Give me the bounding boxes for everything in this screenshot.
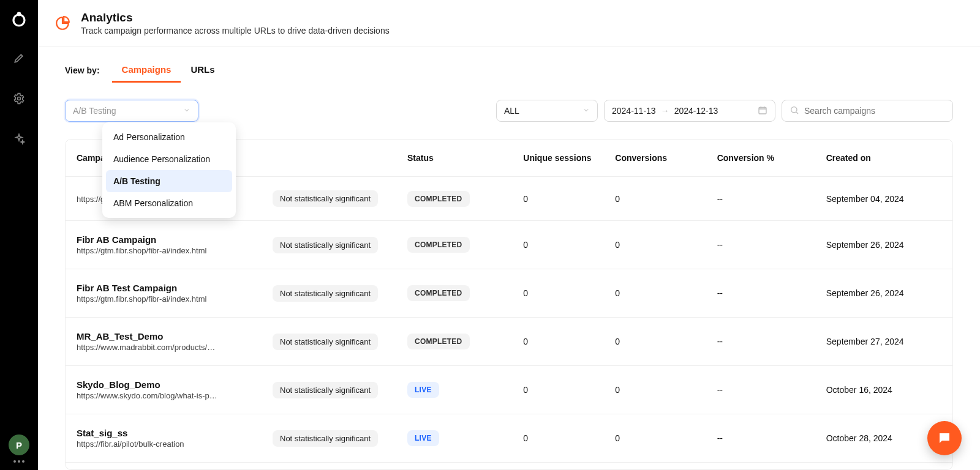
chat-fab[interactable] — [927, 421, 962, 455]
col-created: Created on — [815, 140, 952, 177]
sidebar-item-ai[interactable] — [0, 119, 38, 159]
rate-value: -- — [706, 269, 815, 318]
campaign-name: Stat_sig_ss — [77, 428, 251, 438]
sessions-value: 0 — [512, 177, 604, 221]
created-value: September 26, 2024 — [815, 221, 952, 269]
sessions-value: 0 — [512, 318, 604, 366]
avatar[interactable]: P — [9, 435, 29, 455]
app-logo[interactable] — [0, 0, 38, 38]
logo-icon — [10, 10, 28, 28]
status-badge: LIVE — [407, 382, 439, 398]
col-status: Status — [396, 140, 512, 177]
sessions-value: 0 — [512, 221, 604, 269]
status-badge: LIVE — [407, 430, 439, 446]
rate-value: -- — [706, 177, 815, 221]
chevron-down-icon — [582, 106, 590, 116]
viewby-tabs: Campaigns URLs — [112, 58, 225, 83]
chevron-down-icon — [183, 106, 190, 116]
status-badge: COMPLETED — [407, 334, 470, 349]
tab-urls[interactable]: URLs — [181, 58, 224, 83]
more-menu-icon[interactable] — [13, 455, 24, 465]
dropdown-option[interactable]: Ad Personalization — [106, 126, 232, 148]
search-icon — [790, 105, 799, 117]
calendar-icon — [758, 105, 767, 117]
page-subtitle: Track campaign performance across multip… — [81, 26, 390, 35]
campaign-url: https://fibr.ai/pilot/bulk-creation — [77, 439, 248, 449]
sidebar-item-editor[interactable] — [0, 38, 38, 78]
search-input[interactable] — [804, 106, 945, 116]
created-value: September 04, 2024 — [815, 177, 952, 221]
campaign-url: https://gtm.fibr.shop/fibr-ai/index.html — [77, 294, 248, 304]
campaign-type-dropdown: Ad Personalization Audience Personalizat… — [102, 122, 236, 218]
status-badge: COMPLETED — [407, 191, 470, 207]
created-value: October 16, 2024 — [815, 366, 952, 414]
svg-point-4 — [791, 106, 797, 112]
table-row[interactable]: Fibr AB Test Campaignhttps://gtm.fibr.sh… — [66, 269, 952, 318]
viewby-row: View by: Campaigns URLs — [38, 47, 980, 83]
chat-icon — [937, 431, 952, 446]
svg-rect-3 — [759, 107, 766, 114]
rate-value: -- — [706, 414, 815, 463]
sessions-value: 0 — [512, 366, 604, 414]
created-value: September 27, 2024 — [815, 318, 952, 366]
significance-badge: Not statistically significant — [273, 430, 378, 447]
rate-value: -- — [706, 221, 815, 269]
analytics-icon — [54, 15, 71, 32]
conversions-value: 0 — [604, 269, 706, 318]
dropdown-option[interactable]: A/B Testing — [106, 170, 232, 192]
significance-badge: Not statistically significant — [273, 382, 378, 398]
col-conversions: Conversions — [604, 140, 706, 177]
significance-badge: Not statistically significant — [273, 334, 378, 350]
tab-campaigns[interactable]: Campaigns — [112, 58, 181, 83]
conversions-value: 0 — [604, 177, 706, 221]
table-row[interactable]: MR_AB_Test_Demohttps://www.madrabbit.com… — [66, 318, 952, 366]
svg-point-2 — [18, 97, 21, 100]
significance-badge: Not statistically significant — [273, 237, 378, 253]
campaign-url: https://www.madrabbit.com/products/… — [77, 343, 248, 352]
created-value: September 26, 2024 — [815, 269, 952, 318]
conversions-value: 0 — [604, 221, 706, 269]
viewby-label: View by: — [65, 65, 100, 75]
col-note — [262, 140, 396, 177]
dropdown-option[interactable]: ABM Personalization — [106, 192, 232, 214]
campaign-type-placeholder: A/B Testing — [73, 106, 116, 116]
conversions-value: 0 — [604, 414, 706, 463]
sidebar-nav: P — [0, 0, 38, 470]
table-row[interactable]: Fibr AB Campaignhttps://gtm.fibr.shop/fi… — [66, 221, 952, 269]
status-badge: COMPLETED — [407, 237, 470, 253]
campaign-name: MR_AB_Test_Demo — [77, 331, 251, 341]
dropdown-option[interactable]: Audience Personalization — [106, 148, 232, 170]
campaign-url: https://gtm.fibr.shop/fibr-ai/index.html — [77, 246, 248, 255]
rate-value: -- — [706, 366, 815, 414]
table-row[interactable]: Stat_sig_sshttps://fibr.ai/pilot/bulk-cr… — [66, 414, 952, 463]
date-range-start: 2024-11-13 — [612, 106, 656, 116]
significance-badge: Not statistically significant — [273, 190, 378, 207]
campaign-name: Skydo_Blog_Demo — [77, 379, 251, 390]
gear-icon — [13, 92, 25, 105]
avatar-initial: P — [16, 440, 22, 450]
campaign-name: Fibr AB Test Campaign — [77, 283, 251, 293]
status-select[interactable]: ALL — [496, 100, 598, 122]
pie-chart-icon — [55, 15, 70, 31]
campaign-type-select[interactable]: A/B Testing — [65, 100, 198, 122]
campaign-name: Fibr AB Campaign — [77, 234, 251, 245]
page-title: Analytics — [81, 11, 390, 24]
date-range-end: 2024-12-13 — [674, 106, 718, 116]
col-rate: Conversion % — [706, 140, 815, 177]
page-header: Analytics Track campaign performance acr… — [38, 0, 980, 47]
status-badge: COMPLETED — [407, 285, 470, 301]
svg-point-0 — [13, 15, 24, 26]
date-range-picker[interactable]: 2024-11-13 → 2024-12-13 — [604, 100, 775, 122]
svg-point-1 — [17, 12, 21, 17]
campaign-url: https://www.skydo.com/blog/what-is-p… — [77, 391, 248, 400]
sessions-value: 0 — [512, 414, 604, 463]
sidebar-item-settings[interactable] — [0, 78, 38, 119]
table-row[interactable]: Skydo_Blog_Demohttps://www.skydo.com/blo… — [66, 366, 952, 414]
col-sessions: Unique sessions — [512, 140, 604, 177]
status-select-value: ALL — [504, 106, 519, 116]
sparkle-icon — [13, 133, 25, 145]
search-box[interactable] — [782, 100, 953, 122]
rate-value: -- — [706, 318, 815, 366]
conversions-value: 0 — [604, 366, 706, 414]
pencil-icon — [13, 52, 25, 64]
